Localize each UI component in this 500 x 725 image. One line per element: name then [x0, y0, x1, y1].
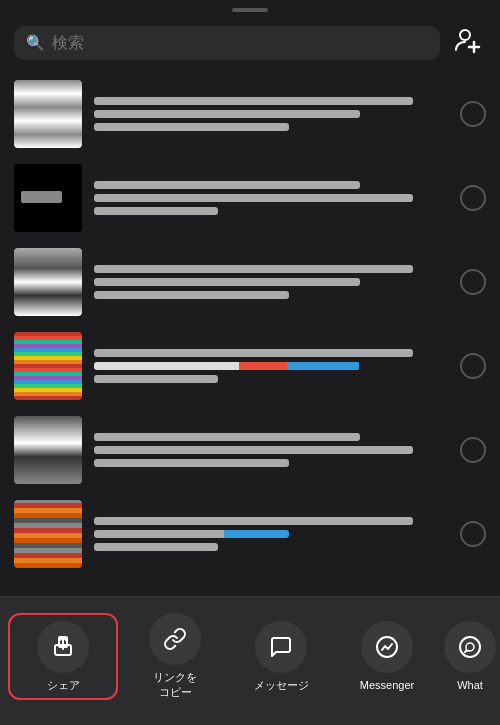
accent-line: [94, 362, 360, 370]
text-line: [94, 433, 360, 441]
share-label: シェア: [47, 678, 80, 692]
item-info: [94, 517, 448, 551]
message-label: メッセージ: [254, 678, 309, 692]
text-line: [94, 181, 360, 189]
thumbnail: [14, 416, 82, 484]
text-line: [94, 349, 413, 357]
text-line: [94, 194, 413, 202]
list-item[interactable]: [0, 324, 500, 408]
radio-circle[interactable]: [460, 521, 486, 547]
text-line: [94, 291, 289, 299]
messenger-label: Messenger: [360, 678, 414, 692]
thumbnail: [14, 80, 82, 148]
text-line: [94, 207, 218, 215]
search-input[interactable]: [52, 34, 428, 52]
accent-line-blue: [94, 530, 289, 538]
copy-link-icon-wrap: [149, 613, 201, 665]
list-item[interactable]: [0, 240, 500, 324]
text-line: [94, 123, 289, 131]
radio-circle[interactable]: [460, 269, 486, 295]
svg-point-0: [460, 30, 470, 40]
text-line: [94, 278, 360, 286]
message-icon-wrap: [255, 621, 307, 673]
radio-circle[interactable]: [460, 185, 486, 211]
text-line: [94, 446, 413, 454]
top-handle: [0, 0, 500, 18]
messenger-button[interactable]: Messenger: [334, 615, 440, 698]
radio-circle[interactable]: [460, 101, 486, 127]
message-button[interactable]: メッセージ: [228, 615, 334, 698]
search-icon: 🔍: [26, 34, 45, 52]
search-bar: 🔍: [0, 18, 500, 68]
copy-link-button[interactable]: リンクを コピー: [122, 607, 228, 705]
thumbnail: [14, 248, 82, 316]
list-item[interactable]: [0, 408, 500, 492]
thumbnail: [14, 332, 82, 400]
thumbnail: [14, 164, 82, 232]
item-info: [94, 349, 448, 383]
list-item[interactable]: [0, 156, 500, 240]
list-item[interactable]: [0, 492, 500, 576]
text-line: [94, 110, 360, 118]
whatsapp-label: What: [457, 678, 483, 692]
text-line: [94, 459, 289, 467]
radio-circle[interactable]: [460, 353, 486, 379]
svg-point-6: [460, 637, 480, 657]
add-person-button[interactable]: [450, 24, 486, 62]
share-button[interactable]: シェア: [8, 613, 118, 700]
radio-circle[interactable]: [460, 437, 486, 463]
whatsapp-icon-wrap: [444, 621, 496, 673]
share-bar: シェア リンクを コピー メッセージ Messenger: [0, 596, 500, 725]
item-info: [94, 181, 448, 215]
messenger-icon-wrap: [361, 621, 413, 673]
whatsapp-button[interactable]: What: [440, 615, 500, 698]
search-input-wrapper[interactable]: 🔍: [14, 26, 440, 60]
text-line: [94, 543, 218, 551]
text-line: [94, 97, 413, 105]
text-line: [94, 375, 218, 383]
text-line: [94, 265, 413, 273]
share-icon-wrap: [37, 621, 89, 673]
content-list: [0, 68, 500, 579]
item-info: [94, 265, 448, 299]
item-info: [94, 97, 448, 131]
item-info: [94, 433, 448, 467]
copy-link-label: リンクを コピー: [153, 670, 197, 699]
list-item[interactable]: [0, 72, 500, 156]
thumbnail: [14, 500, 82, 568]
handle-bar: [232, 8, 268, 12]
text-line: [94, 517, 413, 525]
